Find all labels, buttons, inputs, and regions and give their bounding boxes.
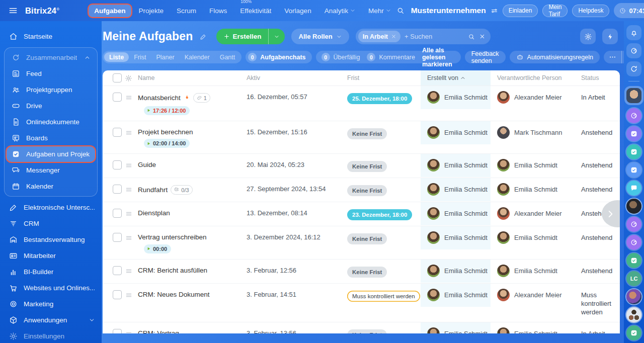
chat[interactable] bbox=[626, 181, 641, 196]
column-header-verantwortliche-person[interactable]: Verantwortliche Person bbox=[491, 70, 581, 85]
task-name[interactable]: Vertrag unterschreiben bbox=[138, 233, 207, 241]
sidebar-item-bi-builder[interactable]: BI-Builder bbox=[2, 264, 100, 280]
menu-icon[interactable] bbox=[8, 6, 18, 16]
table-row[interactable]: CRM: Bericht ausfüllen 3. Februar, 12:56… bbox=[103, 260, 620, 284]
task-name[interactable]: Guide bbox=[138, 161, 156, 168]
chat-initials[interactable]: LC bbox=[626, 271, 641, 286]
task-creator[interactable]: Emilia Schmidt bbox=[421, 178, 491, 201]
drag-handle-icon[interactable] bbox=[125, 234, 133, 242]
group-chat-avatar[interactable] bbox=[626, 307, 641, 322]
sidebar-item-startseite[interactable]: Startseite bbox=[2, 29, 100, 44]
deadline-pill[interactable]: Keine Frist bbox=[347, 161, 387, 172]
row-checkbox[interactable] bbox=[113, 160, 122, 169]
task-name[interactable]: CRM: Neues Dokument bbox=[138, 291, 210, 298]
search-icon[interactable] bbox=[396, 7, 405, 15]
mark-all-read-button[interactable]: Alle als gelesen markieren bbox=[419, 47, 455, 68]
drag-handle-icon[interactable] bbox=[125, 267, 133, 275]
view-tab-gantt[interactable]: Gantt bbox=[215, 52, 240, 62]
drag-handle-icon[interactable] bbox=[125, 330, 133, 334]
row-checkbox[interactable] bbox=[113, 209, 122, 218]
column-header-erstellt-von[interactable]: Erstellt von bbox=[421, 70, 491, 85]
view-tab-planer[interactable]: Planer bbox=[151, 52, 180, 62]
drag-handle-icon[interactable] bbox=[125, 161, 133, 169]
drag-handle-icon[interactable] bbox=[125, 94, 133, 102]
sidebar-item-marketing[interactable]: Marketing bbox=[2, 296, 100, 312]
sidebar-item-bestandsverwaltung[interactable]: Bestandsverwaltung bbox=[2, 232, 100, 247]
task-chat[interactable] bbox=[626, 126, 641, 141]
deadline-pill[interactable]: Keine Frist bbox=[347, 185, 387, 196]
edit-title-icon[interactable] bbox=[200, 33, 207, 40]
search-filter-input[interactable]: In Arbeit + Suchen bbox=[356, 29, 491, 44]
sidebar-item-einstellungen[interactable]: Einstellungen bbox=[2, 328, 100, 343]
task-responsible[interactable]: Emilia Schmidt bbox=[491, 226, 581, 249]
sidebar-item-elektronische-untersc[interactable]: Elektronische Untersc... bbox=[2, 200, 100, 215]
close-icon[interactable] bbox=[391, 34, 396, 39]
row-checkbox[interactable] bbox=[113, 266, 122, 275]
sidebar-item-anwendungen[interactable]: Anwendungen bbox=[2, 312, 100, 328]
boost-button[interactable] bbox=[602, 29, 618, 44]
table-row[interactable]: Projekt berechnen 02:00 / 14:00 15. Deze… bbox=[103, 121, 620, 154]
plan-button[interactable]: Mein Tarif bbox=[542, 5, 568, 17]
chat-avatar[interactable] bbox=[626, 289, 641, 304]
topnav-mehr[interactable]: Mehr bbox=[363, 5, 396, 17]
task-responsible[interactable]: Alexander Meier bbox=[491, 86, 581, 109]
task-creator[interactable]: Emilia Schmidt bbox=[421, 121, 491, 144]
sidebar-item-onlinedokumente[interactable]: Onlinedokumente bbox=[7, 114, 95, 130]
task-timer[interactable]: 00:00 bbox=[144, 244, 171, 253]
deadline-pill[interactable]: Keine Frist bbox=[347, 233, 387, 244]
copilot-chat[interactable] bbox=[626, 235, 641, 250]
drag-handle-icon[interactable] bbox=[125, 186, 133, 194]
sidebar-item-mitarbeiter[interactable]: Mitarbeiter bbox=[2, 248, 100, 264]
chevron-down-icon[interactable] bbox=[274, 34, 279, 39]
topnav-vorlagen[interactable]: Vorlagen bbox=[279, 5, 316, 17]
copilot-chat[interactable] bbox=[626, 217, 641, 232]
task-chat[interactable] bbox=[626, 162, 641, 178]
task-name[interactable]: Rundfahrt bbox=[138, 186, 168, 194]
topnav-projekte[interactable]: Projekte bbox=[133, 5, 170, 17]
topnav-scrum[interactable]: Scrum bbox=[171, 5, 202, 17]
task-name[interactable]: Dienstplan bbox=[138, 209, 170, 217]
deadline-pill[interactable]: 23. Dezember, 18:00 bbox=[347, 209, 412, 220]
task-creator[interactable]: Emilia Schmidt bbox=[421, 284, 491, 307]
task-responsible[interactable]: Mark Tischmann bbox=[491, 121, 581, 144]
task-chats-counter[interactable]: 0 Aufgabenchats bbox=[246, 51, 311, 63]
invite-button[interactable]: Einladen bbox=[503, 5, 538, 17]
task-timer[interactable]: 02:00 / 14:00 bbox=[144, 139, 190, 148]
task-chat[interactable] bbox=[626, 253, 641, 268]
row-checkbox[interactable] bbox=[113, 329, 122, 334]
sidebar-item-crm[interactable]: CRM bbox=[2, 216, 100, 231]
create-task-button[interactable]: Erstellen bbox=[216, 29, 285, 44]
task-creator[interactable]: Emilia Schmidt bbox=[421, 202, 491, 225]
task-chat[interactable] bbox=[626, 144, 641, 159]
row-checkbox[interactable] bbox=[113, 93, 122, 102]
sidebar-item-boards[interactable]: Boards bbox=[7, 130, 95, 146]
sidebar-item-drive[interactable]: Drive bbox=[7, 98, 95, 114]
task-name[interactable]: CRM: Bericht ausfüllen bbox=[138, 267, 207, 274]
deadline-pill[interactable]: 25. Dezember, 18:00 bbox=[347, 93, 412, 104]
deadline-pill[interactable]: Keine Frist bbox=[347, 329, 387, 334]
column-header-aktiv[interactable]: Aktiv bbox=[247, 70, 347, 85]
filter-chip[interactable]: In Arbeit bbox=[358, 31, 400, 42]
row-checkbox[interactable] bbox=[113, 233, 122, 242]
search-icon[interactable] bbox=[468, 33, 475, 40]
columns-gear-icon[interactable] bbox=[125, 74, 132, 82]
sidebar-item-kalender[interactable]: Kalender bbox=[7, 179, 95, 194]
column-header-name[interactable]: Name bbox=[138, 70, 247, 85]
task-responsible[interactable]: Emilia Schmidt bbox=[491, 154, 581, 177]
task-name[interactable]: CRM: Vertrag bbox=[138, 329, 179, 334]
profile[interactable] bbox=[624, 86, 643, 105]
sidebar-item-projektgruppen[interactable]: Projektgruppen bbox=[7, 82, 95, 98]
task-creator[interactable]: Emilia Schmidt bbox=[421, 86, 491, 109]
table-row[interactable]: CRM: Vertrag 3. Februar, 13:56 Keine Fri… bbox=[103, 322, 620, 334]
view-settings-button[interactable] bbox=[580, 29, 596, 44]
task-creator[interactable]: Emilia Schmidt bbox=[421, 226, 491, 249]
copilot[interactable] bbox=[626, 43, 641, 58]
logo[interactable]: Bitrix24® bbox=[25, 6, 59, 16]
task-creator[interactable]: Emilia Schmidt bbox=[421, 154, 491, 177]
row-checkbox[interactable] bbox=[113, 185, 122, 194]
comments-counter[interactable]: 0Kommentare bbox=[364, 53, 418, 61]
task-name[interactable]: Projekt berechnen bbox=[138, 128, 193, 136]
task-responsible[interactable]: Alexander Meier bbox=[491, 284, 581, 307]
deadline-pill[interactable]: Keine Frist bbox=[347, 267, 387, 278]
table-row[interactable]: Dienstplan 13. Dezember, 08:14 23. Dezem… bbox=[103, 202, 620, 226]
